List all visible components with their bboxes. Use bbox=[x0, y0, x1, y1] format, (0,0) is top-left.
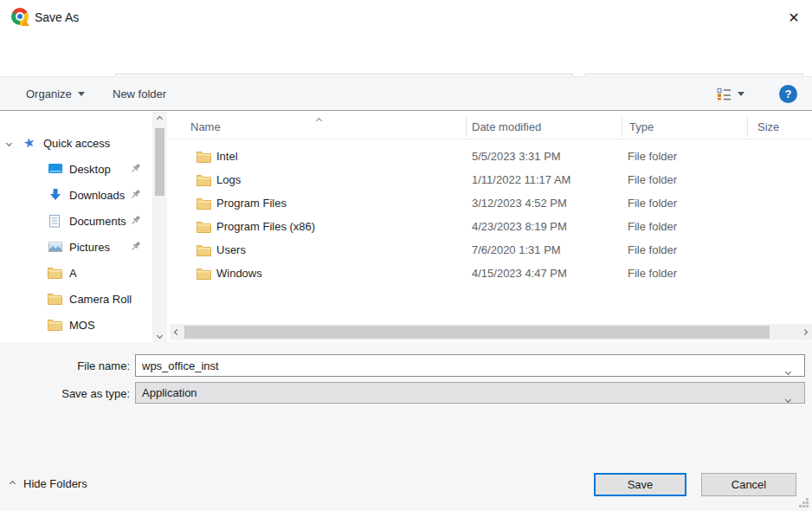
scroll-left-button[interactable] bbox=[170, 324, 184, 340]
pictures-icon bbox=[48, 242, 62, 252]
sidebar-item-label: Documents bbox=[69, 215, 126, 228]
close-button[interactable]: ✕ bbox=[779, 4, 809, 30]
sidebar-item-label: Desktop bbox=[69, 163, 111, 176]
save-as-type-dropdown-chevron-icon bbox=[785, 397, 791, 403]
sidebar-item-documents[interactable]: Documents bbox=[0, 208, 152, 234]
save-as-type-dropdown-button[interactable] bbox=[786, 390, 790, 405]
cancel-button[interactable]: Cancel bbox=[701, 473, 796, 496]
column-divider[interactable] bbox=[466, 116, 467, 137]
sidebar-item-label: MOS bbox=[69, 319, 95, 332]
scroll-right-button[interactable] bbox=[797, 324, 812, 340]
header-divider-line bbox=[170, 139, 812, 139]
sidebar-item-label: Camera Roll bbox=[69, 293, 132, 306]
vertical-scrollbar-thumb[interactable] bbox=[155, 128, 164, 196]
organize-label: Organize bbox=[26, 87, 72, 100]
titlebar: Save As ✕ bbox=[0, 0, 812, 35]
help-icon: ? bbox=[785, 87, 792, 100]
desktop-icon bbox=[48, 164, 62, 175]
quick-access-label: Quick access bbox=[43, 137, 110, 150]
sidebar-item-camera-roll[interactable]: Camera Roll bbox=[0, 286, 152, 312]
file-name-dropdown-chevron-icon bbox=[785, 369, 791, 375]
hide-folders-label: Hide Folders bbox=[23, 477, 87, 490]
documents-icon bbox=[49, 215, 61, 228]
file-name-label: File name: bbox=[0, 359, 130, 372]
sidebar-vertical-scrollbar[interactable] bbox=[152, 112, 167, 342]
file-name-input[interactable] bbox=[135, 354, 805, 377]
close-icon: ✕ bbox=[788, 10, 799, 26]
pin-icon bbox=[130, 241, 141, 252]
resize-grip[interactable] bbox=[797, 496, 809, 508]
column-header-type[interactable]: Type bbox=[629, 113, 654, 139]
sidebar-item-label: Pictures bbox=[69, 241, 110, 254]
organize-menu-button[interactable]: Organize bbox=[26, 77, 85, 110]
sidebar-item-downloads[interactable]: Downloads bbox=[0, 182, 152, 208]
hide-folders-chevron-icon bbox=[10, 481, 16, 487]
sidebar-item-label: Downloads bbox=[69, 189, 125, 202]
folder-icon bbox=[197, 151, 211, 163]
folder-icon bbox=[197, 197, 211, 210]
save-as-dialog: Save As ✕ ← → ↑ › This PC › Local Disk (… bbox=[0, 0, 812, 511]
scroll-down-icon bbox=[157, 332, 163, 338]
folder-icon bbox=[197, 174, 211, 186]
command-toolbar: Organize New folder ? bbox=[0, 76, 812, 111]
file-row-program-files-x86[interactable]: Program Files (x86) 4/23/2023 8:19 PM Fi… bbox=[170, 216, 812, 239]
new-folder-button[interactable]: New folder bbox=[113, 77, 166, 110]
pin-icon bbox=[130, 215, 141, 226]
save-as-type-value: Application bbox=[142, 386, 197, 399]
quick-access-expand-chevron-icon bbox=[6, 139, 12, 146]
dialog-title: Save As bbox=[35, 10, 79, 24]
view-caret-icon bbox=[738, 92, 744, 96]
help-button[interactable]: ? bbox=[779, 85, 797, 103]
downloads-icon bbox=[49, 189, 61, 201]
column-header-date-modified[interactable]: Date modified bbox=[472, 113, 541, 139]
save-button[interactable]: Save bbox=[594, 473, 686, 496]
column-divider[interactable] bbox=[747, 116, 748, 137]
file-row-intel[interactable]: Intel 5/5/2023 3:31 PM File folder bbox=[170, 146, 812, 169]
pin-icon bbox=[130, 163, 141, 174]
file-row-program-files[interactable]: Program Files 3/12/2023 4:52 PM File fol… bbox=[170, 192, 812, 216]
folder-icon bbox=[48, 319, 62, 331]
folder-icon bbox=[197, 221, 211, 233]
organize-caret-icon bbox=[78, 92, 85, 96]
sidebar-item-pictures[interactable]: Pictures bbox=[0, 234, 152, 260]
file-list-horizontal-scrollbar[interactable] bbox=[170, 324, 812, 340]
details-view-icon bbox=[717, 87, 731, 100]
new-folder-label: New folder bbox=[113, 87, 166, 100]
folder-icon bbox=[197, 268, 211, 280]
sidebar-item-a[interactable]: A bbox=[0, 260, 152, 286]
scroll-right-icon bbox=[802, 329, 808, 335]
column-header-size[interactable]: Size bbox=[757, 113, 779, 139]
pin-icon bbox=[130, 189, 141, 200]
sidebar-item-desktop[interactable]: Desktop bbox=[0, 156, 152, 182]
scroll-up-icon bbox=[157, 115, 163, 121]
file-name-dropdown-button[interactable] bbox=[786, 362, 790, 378]
sidebar-item-mos[interactable]: MOS bbox=[0, 312, 152, 338]
folder-icon bbox=[48, 293, 62, 305]
change-view-button[interactable] bbox=[717, 77, 744, 110]
save-as-type-select[interactable]: Application bbox=[135, 382, 805, 404]
scroll-down-button[interactable] bbox=[152, 328, 167, 342]
save-as-type-label: Save as type: bbox=[0, 387, 130, 400]
file-row-users[interactable]: Users 7/6/2020 1:31 PM File folder bbox=[170, 239, 812, 262]
scroll-up-button[interactable] bbox=[152, 112, 167, 126]
hide-folders-button[interactable]: Hide Folders bbox=[10, 477, 87, 490]
folder-icon bbox=[48, 267, 62, 279]
sidebar-item-quick-access[interactable]: ★ Quick access bbox=[0, 130, 152, 156]
navigation-bar: ← → ↑ › This PC › Local Disk (C:) › ↻ bbox=[0, 35, 812, 76]
file-row-windows[interactable]: Windows 4/15/2023 4:47 PM File folder bbox=[170, 262, 812, 286]
file-row-logs[interactable]: Logs 1/11/2022 11:17 AM File folder bbox=[170, 169, 812, 192]
horizontal-scrollbar-thumb[interactable] bbox=[184, 326, 770, 339]
quick-access-star-icon: ★ bbox=[22, 134, 36, 152]
sort-ascending-chevron-icon bbox=[317, 111, 321, 126]
chrome-update-badge-icon bbox=[21, 19, 29, 26]
sidebar-item-label: A bbox=[69, 267, 77, 280]
column-header-name[interactable]: Name bbox=[190, 113, 221, 139]
folder-icon bbox=[197, 244, 211, 256]
scroll-left-icon bbox=[174, 329, 180, 335]
column-divider[interactable] bbox=[622, 116, 622, 137]
